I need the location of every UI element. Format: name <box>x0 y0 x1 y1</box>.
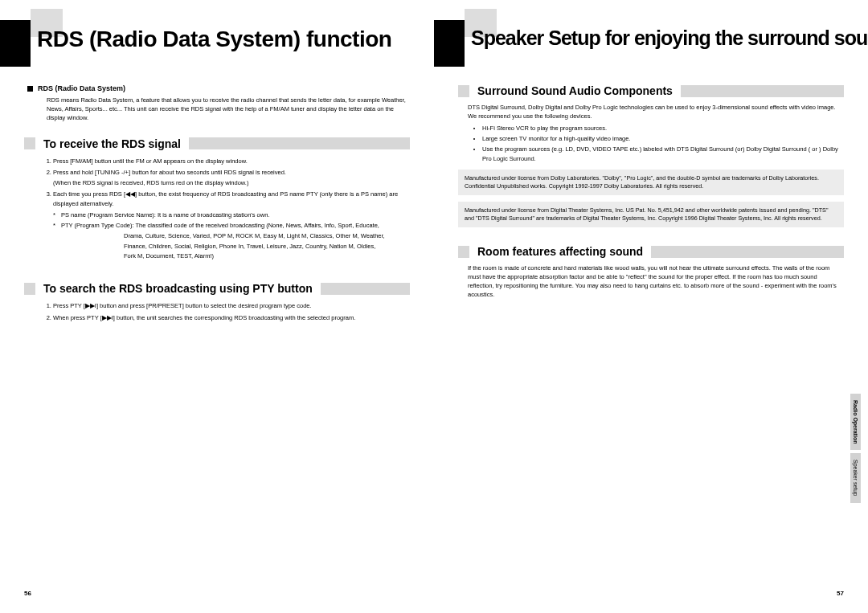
receive-steps: Press [FM/AM] button until the FM or AM … <box>24 157 410 208</box>
left-page: RDS (Radio Data System) function RDS (Ra… <box>0 0 434 613</box>
side-tabs: Radio Operation Speaker setup <box>850 394 868 506</box>
footnote-pty-cont2: Finance, Children, Social, Religion, Pho… <box>124 243 410 251</box>
section-tab-icon <box>458 246 469 258</box>
step-2-sub: (When the RDS signal is received, RDS tu… <box>53 178 410 187</box>
dts-notice: Manufactured under license from Digital … <box>458 202 844 227</box>
right-header: Speaker Setup for enjoying the surround … <box>458 20 844 67</box>
header-black-block <box>0 20 31 67</box>
section-search-pty: To search the RDS broadcasting using PTY… <box>24 282 410 295</box>
footnote-ps: PS name (Program Service Name): It is a … <box>61 211 410 220</box>
rds-description: RDS means Radio Data System, a feature t… <box>47 96 410 123</box>
footnotes: *PS name (Program Service Name): It is a… <box>34 211 410 261</box>
section-surround-components: Surround Sound Audio Components <box>458 84 844 97</box>
section-tab-icon <box>458 85 469 97</box>
side-tab-radio: Radio Operation <box>850 394 861 450</box>
section-bar <box>189 137 410 149</box>
dolby-notice: Manufactured under license from Dolby La… <box>458 170 844 195</box>
device-3: Use the program sources (e.g. LD, DVD, V… <box>482 145 844 163</box>
section-bar <box>651 246 844 258</box>
page-spread: RDS (Radio Data System) function RDS (Ra… <box>0 0 868 613</box>
section-tab-icon <box>24 137 35 149</box>
right-page-title: Speaker Setup for enjoying the surround … <box>471 27 868 50</box>
surround-intro: DTS Digital Surround, Dolby Digital and … <box>468 104 844 121</box>
step-2: Press and hold [TUNING -/+] button for a… <box>53 168 410 188</box>
section-bar <box>321 283 410 295</box>
device-1: Hi-Fi Stereo VCR to play the program sou… <box>482 124 844 133</box>
footnote-pty-cont1: Drama, Culture, Science, Varied, POP M, … <box>124 232 410 241</box>
page-number-left: 56 <box>24 590 31 597</box>
side-tab-speaker: Speaker setup <box>850 453 861 502</box>
device-2: Large screen TV monitor for a high-quali… <box>482 134 844 143</box>
section-bar <box>681 85 844 97</box>
search-steps: Press PTY [▶▶I] button and press [PR/PRE… <box>24 301 410 322</box>
step-2-text: Press and hold [TUNING -/+] button for a… <box>53 169 286 176</box>
section-room-features: Room features affecting sound <box>458 245 844 258</box>
section-receive-rds: To receive the RDS signal <box>24 137 410 150</box>
section-title: Room features affecting sound <box>477 245 643 258</box>
device-list: Hi-Fi Stereo VCR to play the program sou… <box>458 124 844 163</box>
section-title: To search the RDS broadcasting using PTY… <box>43 282 313 295</box>
footnote-pty: PTY (Program Type Code): The classified … <box>61 222 410 231</box>
room-features-text: If the room is made of concrete and hard… <box>468 264 844 300</box>
step-1: Press [FM/AM] button until the FM or AM … <box>53 157 410 166</box>
left-header: RDS (Radio Data System) function <box>24 20 410 67</box>
header-black-block <box>434 20 465 67</box>
footnote-pty-cont3: Fork M, Document, TEST, Alarm!) <box>124 252 410 261</box>
left-page-title: RDS (Radio Data System) function <box>37 27 391 52</box>
step-3: Each time you press RDS [◀◀] button, the… <box>53 190 410 208</box>
search-step-2: When press PTY [▶▶I] button, the unit se… <box>53 313 410 322</box>
section-title: Surround Sound Audio Components <box>477 84 673 97</box>
search-step-1: Press PTY [▶▶I] button and press [PR/PRE… <box>53 301 410 310</box>
section-tab-icon <box>24 283 35 295</box>
page-number-right: 57 <box>837 590 844 597</box>
section-title: To receive the RDS signal <box>43 137 181 150</box>
right-page: Speaker Setup for enjoying the surround … <box>434 0 868 613</box>
rds-subheading: RDS (Radio Data System) <box>27 84 410 92</box>
